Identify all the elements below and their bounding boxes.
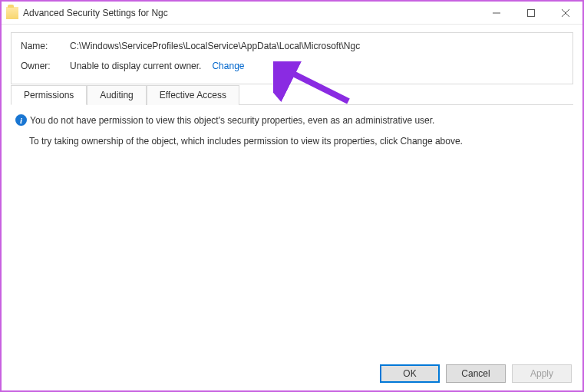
svg-rect-1	[527, 9, 534, 16]
apply-button: Apply	[512, 364, 572, 383]
name-label: Name:	[21, 41, 70, 51]
info-icon: i	[15, 114, 27, 126]
owner-value: Unable to display current owner.	[70, 61, 201, 71]
name-value: C:\Windows\ServiceProfiles\LocalService\…	[70, 41, 360, 51]
permission-message-1: You do not have permission to view this …	[30, 114, 434, 127]
change-owner-link[interactable]: Change	[212, 61, 244, 71]
tab-effective-access[interactable]: Effective Access	[147, 85, 239, 105]
tab-permissions[interactable]: Permissions	[11, 85, 87, 105]
permission-message-2: To try taking ownership of the object, w…	[29, 135, 569, 148]
owner-label: Owner:	[21, 61, 70, 71]
maximize-button[interactable]	[513, 2, 548, 24]
folder-icon	[6, 7, 18, 19]
close-button[interactable]	[548, 2, 582, 24]
info-panel: Name: C:\Windows\ServiceProfiles\LocalSe…	[11, 32, 573, 84]
minimize-button[interactable]	[479, 2, 513, 24]
window-title: Advanced Security Settings for Ngc	[23, 8, 168, 18]
window-controls	[479, 2, 582, 24]
ok-button[interactable]: OK	[380, 364, 440, 383]
dialog-buttons: OK Cancel Apply	[380, 364, 572, 383]
cancel-button[interactable]: Cancel	[446, 364, 506, 383]
tab-auditing[interactable]: Auditing	[87, 85, 146, 105]
tab-content: i You do not have permission to view thi…	[11, 104, 573, 339]
titlebar: Advanced Security Settings for Ngc	[2, 2, 582, 25]
tab-strip: Permissions Auditing Effective Access	[11, 84, 573, 104]
